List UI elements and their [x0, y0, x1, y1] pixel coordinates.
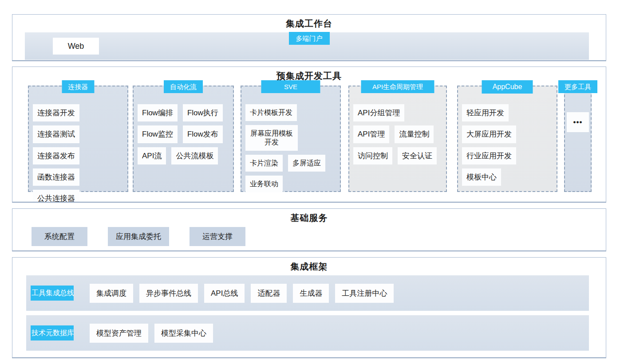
architecture-diagram: 集成工作台 多端门户 Web 预集成开发工具 连接器连接器开发连接器测试连接器发…: [0, 0, 620, 364]
tool-item: 卡片渲染: [245, 155, 283, 172]
dev-tools-title: 预集成开发工具: [12, 67, 606, 82]
section-integration-framework: 集成框架 工具集成总线集成调度异步事件总线API总线适配器生成器工具注册中心 技…: [12, 257, 606, 358]
tool-item: 访问控制: [353, 147, 392, 164]
tool-item: Flow编排: [138, 104, 178, 121]
tool-column: 更多工具•••: [564, 86, 592, 192]
tool-item: 行业应用开发: [462, 147, 516, 164]
tool-column-items: Flow编排Flow执行Flow监控Flow发布API流公共流模板: [134, 86, 233, 164]
tool-item: 连接器测试: [33, 125, 79, 143]
tool-item: API管理: [353, 125, 389, 143]
section-integration-workbench: 集成工作台 多端门户 Web: [12, 14, 606, 61]
web-client-box: Web: [53, 38, 99, 55]
tool-item: API分组管理: [353, 104, 404, 121]
tool-item: Flow发布: [183, 125, 223, 143]
framework-item: 异步事件总线: [139, 284, 198, 303]
basic-services-row: 系统配置应用集成委托运营支撑: [32, 227, 245, 246]
tool-column-items: 轻应用开发大屏应用开发行业应用开发模板中心: [458, 86, 557, 186]
tool-item: 公共连接器: [33, 190, 79, 203]
tool-column-tag: AppCube: [482, 80, 533, 94]
tool-item: 公共流模板: [171, 147, 218, 164]
tool-column-tag: SVE: [261, 80, 320, 93]
framework-item: 工具注册中心: [335, 284, 394, 303]
section-dev-tools: 预集成开发工具 连接器连接器开发连接器测试连接器发布函数连接器公共连接器自动化流…: [12, 67, 606, 203]
tool-column-tag: API生命周期管理: [361, 80, 434, 93]
tool-item: 函数连接器: [33, 168, 79, 186]
tool-item: 安全认证: [398, 147, 437, 164]
tool-item: API流: [138, 147, 166, 164]
tool-item: Flow监控: [138, 125, 178, 143]
framework-bus-tag: 工具集成总线: [31, 286, 74, 301]
framework-item: 生成器: [293, 284, 329, 303]
basic-service-box: 系统配置: [32, 227, 87, 246]
multi-portal-tag: 多端门户: [289, 32, 330, 45]
framework-items: 集成调度异步事件总线API总线适配器生成器工具注册中心: [90, 284, 394, 303]
workbench-title: 集成工作台: [12, 15, 606, 30]
tool-column-items: 卡片模板开发屏幕应用模板开发卡片渲染多屏适应业务联动: [241, 86, 340, 192]
tool-column-items: 连接器开发连接器测试连接器发布函数连接器公共连接器: [29, 86, 127, 203]
tool-column: 连接器连接器开发连接器测试连接器发布函数连接器公共连接器: [28, 86, 128, 192]
tool-column-items: API分组管理API管理流量控制访问控制安全认证: [349, 86, 446, 164]
tool-item: 屏幕应用模板开发: [245, 125, 298, 151]
tool-column-tag: 连接器: [62, 80, 95, 93]
tool-item: 大屏应用开发: [462, 125, 516, 143]
framework-item: 集成调度: [90, 284, 133, 303]
tool-item: 卡片模板开发: [245, 104, 297, 121]
tool-item: 连接器开发: [33, 104, 79, 121]
framework-bus-tag: 技术元数据库: [31, 325, 74, 341]
tool-item: 连接器发布: [33, 147, 79, 164]
tool-item: Flow执行: [183, 104, 223, 121]
tool-column-items: •••: [565, 86, 591, 132]
framework-items: 模型资产管理模型采集中心: [90, 324, 213, 343]
tool-item: •••: [567, 112, 589, 132]
basic-service-box: 应用集成委托: [108, 227, 169, 246]
tool-item: 轻应用开发: [462, 104, 509, 121]
tool-column: AppCube轻应用开发大屏应用开发行业应用开发模板中心: [457, 86, 557, 192]
tool-column-tag: 更多工具: [558, 80, 597, 93]
tool-column: SVE卡片模板开发屏幕应用模板开发卡片渲染多屏适应业务联动: [241, 86, 341, 192]
tool-column: 自动化流Flow编排Flow执行Flow监控Flow发布API流公共流模板: [133, 86, 234, 192]
framework-item: 适配器: [251, 284, 287, 303]
framework-row-tool-bus: 工具集成总线集成调度异步事件总线API总线适配器生成器工具注册中心: [26, 275, 589, 311]
basic-service-box: 运营支撑: [190, 227, 245, 246]
framework-item: API总线: [204, 284, 245, 303]
dev-tools-columns: 连接器连接器开发连接器测试连接器发布函数连接器公共连接器自动化流Flow编排Fl…: [28, 86, 592, 192]
section-basic-services: 基础服务 系统配置应用集成委托运营支撑: [12, 208, 606, 251]
tool-item: 业务联动: [245, 176, 283, 192]
framework-item: 模型资产管理: [90, 324, 148, 343]
tool-item: 流量控制: [395, 125, 434, 143]
framework-item: 模型采集中心: [154, 324, 213, 343]
framework-title: 集成框架: [12, 258, 606, 273]
tool-column: API生命周期管理API分组管理API管理流量控制访问控制安全认证: [348, 86, 447, 192]
tool-column-tag: 自动化流: [164, 80, 203, 93]
tool-item: 多屏适应: [288, 155, 325, 172]
framework-row-metadata: 技术元数据库模型资产管理模型采集中心: [26, 315, 589, 351]
tool-item: 模板中心: [462, 168, 501, 186]
basic-services-title: 基础服务: [12, 209, 606, 224]
